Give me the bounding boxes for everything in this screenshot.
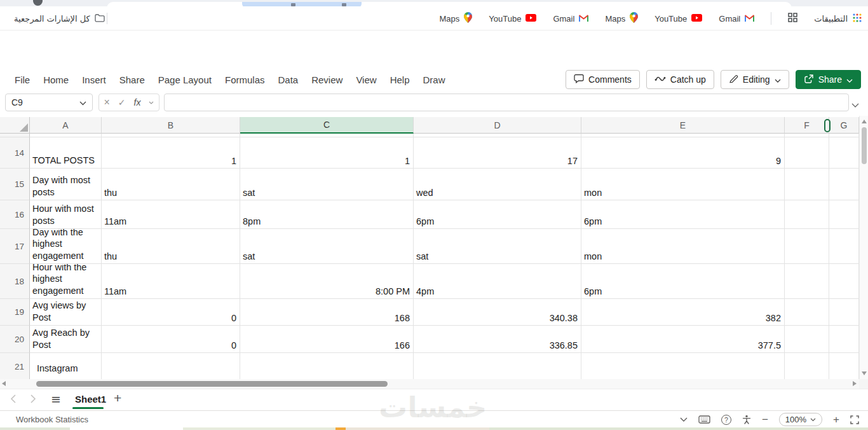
cell-E20[interactable]: 377.5 [581, 326, 785, 353]
cell-C14[interactable]: 1 [240, 137, 414, 169]
tab-page-layout[interactable]: Page Layout [158, 74, 212, 85]
row-header-16[interactable]: 16 [0, 200, 30, 229]
zoom-level-dropdown[interactable]: 100% [779, 413, 822, 426]
cell-B20[interactable]: 0 [102, 326, 240, 353]
comments-button[interactable]: Comments [566, 70, 640, 89]
cell-C21[interactable] [240, 353, 414, 380]
cell-B15[interactable]: thu [102, 169, 240, 200]
cell-E14[interactable]: 9 [581, 137, 785, 169]
cell-C19[interactable]: 168 [240, 299, 414, 326]
next-sheet-icon[interactable] [31, 394, 36, 406]
bookmark-maps-2[interactable]: Maps [605, 12, 638, 25]
cell-A19[interactable]: Avg views by Post [30, 299, 102, 326]
editing-mode-button[interactable]: Editing [721, 70, 789, 89]
row-header-21[interactable]: 21 [0, 353, 30, 380]
tab-formulas[interactable]: Formulas [225, 74, 265, 85]
cell-F16[interactable] [785, 200, 829, 229]
cell-A17[interactable]: Day with the highest engagement [30, 229, 102, 264]
sheet-tab-sheet1[interactable]: Sheet1 [71, 389, 110, 409]
col-header-F[interactable]: F [785, 117, 829, 134]
cell-E21[interactable] [581, 353, 785, 380]
horizontal-scrollbar[interactable] [0, 379, 859, 389]
cell-D14[interactable]: 17 [414, 137, 581, 169]
cell-E17[interactable]: mon [581, 229, 785, 264]
status-chevron-down-icon[interactable] [680, 417, 688, 422]
tab-insert[interactable]: Insert [82, 74, 106, 85]
cell-C15[interactable]: sat [240, 169, 414, 200]
tab-draw[interactable]: Draw [423, 74, 445, 85]
enter-check-icon[interactable]: ✓ [118, 97, 126, 108]
cell-A18[interactable]: Hour with the highest engagement [30, 264, 102, 299]
scroll-left-arrow[interactable] [2, 381, 6, 386]
cell-D21[interactable] [414, 353, 581, 380]
keyboard-icon[interactable] [698, 415, 710, 424]
horizontal-scrollbar-thumb[interactable] [36, 381, 388, 387]
cell-A21[interactable]: Instagram [30, 353, 102, 380]
catch-up-button[interactable]: Catch up [646, 70, 714, 89]
cell-F19[interactable] [785, 299, 829, 326]
cell-E16[interactable]: 6pm [581, 200, 785, 229]
col-header-B[interactable]: B [102, 117, 240, 134]
cancel-icon[interactable]: × [104, 97, 110, 108]
scroll-up-arrow[interactable] [862, 120, 867, 123]
col-header-D[interactable]: D [414, 117, 581, 134]
bookmark-youtube[interactable]: YouTube [489, 14, 536, 24]
row-header-14[interactable]: 14 [0, 137, 30, 169]
cell-F17[interactable] [785, 229, 829, 264]
cell-G16[interactable] [829, 200, 859, 229]
tab-home[interactable]: Home [43, 74, 69, 85]
cell-F15[interactable] [785, 169, 829, 200]
row-header-18[interactable]: 18 [0, 264, 30, 299]
cell-B18[interactable]: 11am [102, 264, 240, 299]
cell-F14[interactable] [785, 137, 829, 169]
tab-share[interactable]: Share [119, 74, 145, 85]
cell-D19[interactable]: 340.38 [414, 299, 581, 326]
bookmark-apps[interactable]: التطبيقات [814, 13, 862, 24]
vertical-scrollbar[interactable] [859, 116, 868, 379]
formula-input[interactable] [164, 94, 849, 111]
chevron-down-icon[interactable] [149, 101, 154, 104]
prev-sheet-icon[interactable] [10, 394, 16, 406]
vertical-scrollbar-thumb[interactable] [862, 127, 867, 164]
col-header-G[interactable]: G [829, 117, 859, 134]
cell-F18[interactable] [785, 264, 829, 299]
tab-data[interactable]: Data [278, 74, 299, 85]
cell-B17[interactable]: thu [102, 229, 240, 264]
row-header-15[interactable]: 15 [0, 169, 30, 200]
cell-E18[interactable]: 6pm [581, 264, 785, 299]
cell-D17[interactable]: sat [414, 229, 581, 264]
cell-G19[interactable] [829, 299, 859, 326]
row-header-19[interactable]: 19 [0, 299, 30, 326]
cell-C17[interactable]: sat [240, 229, 414, 264]
cell-A14[interactable]: TOTAL POSTS [30, 137, 102, 169]
col-header-E[interactable]: E [581, 117, 785, 134]
tab-review[interactable]: Review [311, 74, 342, 85]
cell-G17[interactable] [829, 229, 859, 264]
tab-view[interactable]: View [356, 74, 376, 85]
cell-A15[interactable]: Day with most posts [30, 169, 102, 200]
scroll-right-arrow[interactable] [853, 381, 857, 386]
col-header-A[interactable]: A [30, 117, 102, 134]
bookmark-youtube-2[interactable]: YouTube [654, 14, 702, 24]
row-header-17[interactable]: 17 [0, 229, 30, 264]
workbook-statistics-button[interactable]: Workbook Statistics [16, 415, 88, 424]
select-all-corner[interactable] [0, 117, 30, 134]
bookmark-collections-button[interactable] [788, 13, 797, 24]
bookmark-gmail[interactable]: Gmail [553, 14, 588, 24]
cell-C20[interactable]: 166 [240, 326, 414, 353]
insert-function-button[interactable]: fx [134, 97, 141, 108]
cell-B19[interactable]: 0 [102, 299, 240, 326]
cell-D15[interactable]: wed [414, 169, 581, 200]
cell-A20[interactable]: Avg Reach by Post [30, 326, 102, 353]
cell-B21[interactable] [102, 353, 240, 380]
zoom-in-icon[interactable]: + [833, 413, 839, 426]
cell-D16[interactable]: 6pm [414, 200, 581, 229]
cell-A16[interactable]: Hour with most posts [30, 200, 102, 229]
cell-G15[interactable] [829, 169, 859, 200]
cell-F21[interactable] [785, 353, 829, 380]
cell-F20[interactable] [785, 326, 829, 353]
fullscreen-icon[interactable] [850, 415, 859, 424]
scroll-down-arrow[interactable] [862, 371, 867, 375]
cell-G14[interactable] [829, 137, 859, 169]
cell-B14[interactable]: 1 [102, 137, 240, 169]
